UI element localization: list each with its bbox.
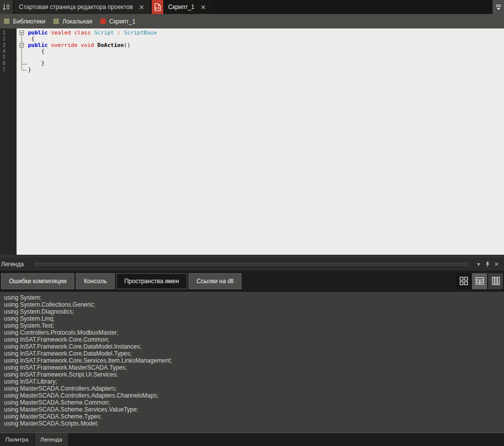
using-directive-line: using MasterSCADA.Scheme.Types; [4,413,504,420]
using-directive-line: using System.Text; [4,322,504,329]
line-number: 2 [0,36,16,42]
namespaces-list[interactable]: using System;using System.Collections.Ge… [0,292,504,433]
code-line[interactable] [17,54,504,60]
document-tabbar: Стартовая страница редактора проектов✕ С… [0,0,504,14]
code-text: public sealed class Script : ScriptBase [28,30,157,36]
table-view-icon [475,276,485,286]
panel-menu-caret-icon[interactable]: ▾ [474,261,483,268]
panel-tab[interactable]: Консоль [76,273,115,289]
code-line[interactable]: public override void DoAction() [17,42,504,48]
panel-drag-handle[interactable] [34,262,469,267]
view-mode-buttons [456,273,503,289]
fold-collapse-button[interactable] [19,43,24,47]
using-directive-line: using InSAT.Framework.MasterSCADA.Types; [4,364,504,371]
using-directive-line: using MasterSCADA.Scheme.Common; [4,399,504,406]
breadcrumb-item[interactable]: Локальная [53,18,92,25]
line-number: 6 [0,60,16,66]
using-directive-line: using System.Diagnostics; [4,308,504,315]
view-mode-button[interactable] [456,273,471,289]
using-directive-line: using MasterSCADA.Controllers.Adapters.C… [4,392,504,399]
using-directive-line: using System.Collections.Generic; [4,301,504,308]
line-number: 3 [0,42,16,48]
using-directive-line: using InSAT.Framework.Core.DataModel.Ins… [4,343,504,350]
dock-tab[interactable]: Палитра [0,433,34,446]
panel-tab[interactable]: Пространства имен [116,273,187,289]
line-number: 7 [0,67,16,73]
pin-tabs-button[interactable] [0,0,14,14]
legend-panel-tabbar: Ошибки компиляцииКонсольПространства име… [0,271,504,292]
pin-icon[interactable] [483,261,492,268]
dock-tab[interactable]: Легенда [35,433,68,446]
breadcrumb-item-color-swatch [4,18,9,24]
using-directive-line: using InSAT.Framework.Core.Services.Item… [4,357,504,364]
grid-view-icon [459,276,469,286]
line-number: 5 [0,54,16,60]
breadcrumb-item-color-swatch [53,18,59,24]
using-directive-line: using InSAT.Framework.Script.UI.Services… [4,371,504,378]
fold-margin [17,60,28,66]
using-directive-line: using MasterSCADA.Scripts.Model; [4,420,504,427]
dock-list-icon [2,3,10,11]
breadcrumb-item[interactable]: Скрипт_1 [100,18,136,25]
breadcrumb-item-label: Локальная [62,18,92,25]
document-tab[interactable]: Скрипт_1✕ [152,0,212,14]
code-line[interactable]: } [17,67,504,73]
tab-overflow-button[interactable] [493,0,504,14]
using-directive-line: using MasterSCADA.Scheme.Services.ValueT… [4,406,504,413]
document-tab-label: Стартовая страница редактора проектов [19,3,133,10]
using-directive-line: using Controllers.Protocols.ModbusMaster… [4,329,504,336]
tab-overflow-icon [495,4,502,10]
script-file-icon [152,0,163,14]
bottom-dock-tabbar: ПалитраЛегенда [0,433,504,446]
code-text: { [28,48,44,54]
fold-margin [17,30,28,36]
legend-panel-title: Легенда [1,261,29,268]
breadcrumb-item-color-swatch [100,18,106,24]
fold-collapse-button[interactable] [19,30,24,35]
fold-margin [17,48,28,54]
line-number: 4 [0,48,16,54]
using-directive-line: using InSAT.Framework.Core.Common; [4,336,504,343]
using-directive-line: using System.Linq; [4,315,504,322]
fold-margin [17,54,28,60]
breadcrumb: БиблиотекиЛокальнаяСкрипт_1 [0,14,504,28]
columns-view-icon [491,276,501,286]
document-tab-label: Скрипт_1 [168,3,195,10]
code-line[interactable]: } [17,60,504,66]
tab-close-icon[interactable]: ✕ [139,3,144,11]
using-directive-line: using InSAT.Framework.Core.DataModel.Typ… [4,350,504,357]
fold-margin [17,42,28,48]
fold-margin [17,36,28,42]
view-mode-button[interactable] [488,273,503,289]
using-directive-line: using System; [4,294,504,301]
code-surface[interactable]: public sealed class Script : ScriptBase … [16,28,504,255]
code-line[interactable]: public sealed class Script : ScriptBase [17,30,504,36]
using-directive-line: using InSAT.Library; [4,378,504,385]
fold-margin [17,67,28,73]
breadcrumb-item[interactable]: Библиотеки [4,18,45,25]
code-text: } [28,67,31,73]
code-line[interactable]: { [17,48,504,54]
line-number-gutter: 1234567 [0,28,16,255]
code-editor: 1234567 public sealed class Script : Scr… [0,28,504,255]
panel-close-icon[interactable]: ✕ [492,261,501,268]
app-window: Стартовая страница редактора проектов✕ С… [0,0,504,446]
breadcrumb-item-label: Скрипт_1 [109,18,136,25]
panel-tab[interactable]: Ссылки на dll [189,273,242,289]
panel-tab[interactable]: Ошибки компиляции [1,273,74,289]
document-tab[interactable]: Стартовая страница редактора проектов✕ [14,0,150,14]
tab-close-icon[interactable]: ✕ [201,3,206,11]
legend-panel-header: Легенда ▾ ✕ [0,258,504,271]
using-directive-line: using MasterSCADA.Controllers.Adapters; [4,385,504,392]
breadcrumb-item-label: Библиотеки [13,18,45,25]
line-number: 1 [0,30,16,36]
view-mode-button[interactable] [472,273,487,289]
